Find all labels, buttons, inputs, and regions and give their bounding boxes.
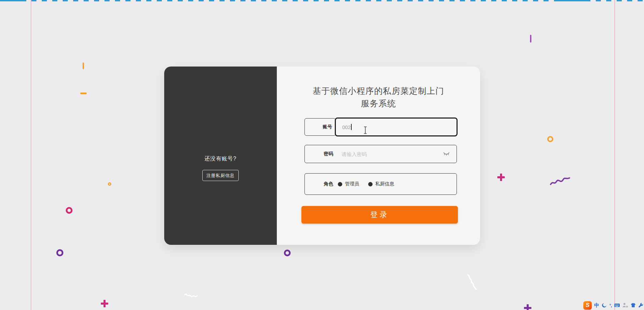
decoration-magenta-plus [497, 174, 505, 181]
decoration-white-squiggle [466, 274, 482, 290]
ibeam-mouse-cursor [363, 126, 368, 134]
chinese-mode-icon[interactable]: 中 [594, 302, 599, 309]
top-dashed-border [0, 0, 644, 1]
decoration-magenta-plus [101, 300, 108, 307]
decoration-purple-squiggle [550, 174, 570, 186]
text-caret [351, 124, 352, 130]
decoration-orange-ring-small [108, 182, 111, 186]
skin-shirt-icon[interactable] [631, 303, 636, 308]
eye-closed-icon [443, 152, 450, 156]
register-button[interactable]: 注册私厨信息 [202, 170, 239, 181]
decoration-orange-vertical-bar [83, 62, 84, 69]
login-button[interactable]: 登录 [301, 206, 458, 224]
role-option-chef-label: 私厨信息 [375, 181, 394, 187]
account-label: 账号 [323, 124, 332, 130]
keyboard-icon[interactable] [614, 303, 620, 308]
fullwidth-moon-icon[interactable] [602, 303, 607, 308]
password-input[interactable] [342, 151, 443, 157]
right-guide-line [614, 0, 615, 310]
decoration-orange-ring [547, 136, 553, 142]
svg-text:19: 19 [626, 306, 628, 308]
account-input[interactable]: 002 [335, 118, 458, 136]
sogou-logo-icon[interactable]: S [583, 301, 592, 310]
page-title-line2: 服务系统 [277, 97, 480, 110]
account-row: 账号 002 [304, 118, 457, 136]
punctuation-mode-icon[interactable]: °, [609, 303, 612, 308]
password-visibility-toggle[interactable] [443, 152, 450, 156]
page-title-line1: 基于微信小程序的私房菜定制上门 [277, 85, 480, 97]
toolbox-wrench-icon[interactable] [638, 303, 643, 308]
password-row: 密码 [304, 145, 457, 163]
decoration-white-squiggle [184, 291, 198, 301]
page-title: 基于微信小程序的私房菜定制上门 服务系统 [277, 85, 480, 110]
decoration-magenta-ring [66, 207, 72, 214]
left-guide-line [31, 0, 31, 310]
login-card: 还没有账号? 注册私厨信息 基于微信小程序的私房菜定制上门 服务系统 账号 00… [164, 67, 480, 245]
decoration-orange-horizontal-bar [80, 93, 87, 94]
decoration-purple-vertical-bar [530, 35, 531, 43]
role-row: 角色 管理员 私厨信息 [304, 173, 457, 195]
decoration-purple-ring [284, 250, 291, 256]
account-label-box: 账号 [304, 118, 336, 136]
register-panel: 还没有账号? 注册私厨信息 [164, 67, 277, 245]
radio-dot-icon [338, 182, 342, 186]
account-person-icon[interactable]: 19 [622, 303, 628, 308]
decoration-purple-ring [56, 249, 63, 256]
role-options: 管理员 私厨信息 [338, 181, 394, 187]
role-label: 角色 [305, 181, 333, 187]
password-label: 密码 [305, 151, 333, 157]
account-value: 002 [342, 124, 351, 130]
no-account-prompt: 还没有账号? [164, 155, 277, 162]
login-form-panel: 基于微信小程序的私房菜定制上门 服务系统 账号 002 密码 [277, 67, 480, 245]
radio-dot-icon [368, 182, 373, 186]
ime-toolbar: S 中 °, 19 [583, 301, 643, 310]
role-option-admin[interactable]: 管理员 [338, 181, 359, 187]
decoration-purple-plus [524, 304, 531, 310]
role-option-admin-label: 管理员 [345, 181, 359, 187]
top-border-solid-segment [0, 0, 26, 1]
top-border-solid-segment [558, 0, 587, 1]
role-option-chef[interactable]: 私厨信息 [368, 181, 394, 187]
